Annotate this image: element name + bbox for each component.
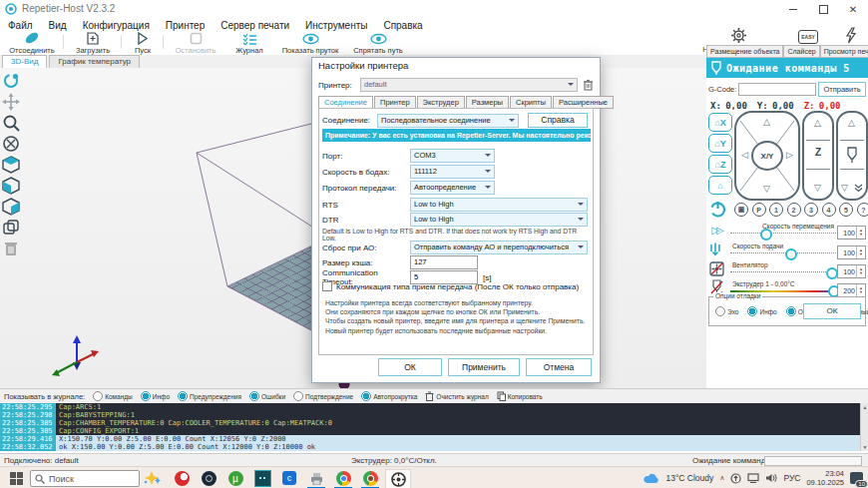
tab-object-placement[interactable]: Размещение объекта bbox=[706, 45, 783, 58]
power-button[interactable] bbox=[709, 201, 726, 218]
hide-travel-button[interactable]: Спрятать путь bbox=[347, 32, 409, 55]
log-info-toggle[interactable]: Инфо bbox=[141, 391, 170, 401]
log-ack-toggle[interactable]: Подтверждение bbox=[293, 391, 353, 401]
close-button[interactable]: ✕ bbox=[838, 0, 868, 18]
jog-z-plus[interactable]: △ bbox=[814, 119, 821, 128]
menu-tools[interactable]: Инструменты bbox=[297, 20, 375, 31]
fit-objects-tool[interactable] bbox=[2, 219, 20, 237]
motor-off-button[interactable]: ▣ bbox=[734, 203, 748, 217]
load-button[interactable]: Загрузить bbox=[68, 32, 118, 55]
tab-slicer[interactable]: Слайсер bbox=[783, 45, 819, 58]
rts-select[interactable]: Low to High bbox=[410, 198, 588, 212]
dialog-ok-button[interactable]: ОК bbox=[378, 358, 442, 376]
taskbar-app-repetier[interactable] bbox=[385, 469, 411, 488]
flow-value[interactable]: 100▲▼ bbox=[837, 245, 866, 259]
jog-y-plus[interactable]: △ bbox=[763, 118, 770, 127]
reset-select[interactable]: Отправить команду АО и переподключиться bbox=[410, 241, 588, 254]
move-view-tool[interactable] bbox=[2, 93, 20, 111]
send-button[interactable]: Отправить bbox=[818, 82, 866, 97]
zoom-tool[interactable] bbox=[2, 114, 20, 132]
extruder-temp-value[interactable]: 200▲▼ bbox=[837, 283, 866, 297]
tab-3d-view[interactable]: 3D-Вид bbox=[2, 55, 47, 68]
log-scrollbar[interactable]: ▲ ▼ bbox=[860, 403, 868, 451]
menu-file[interactable]: Файл bbox=[0, 20, 41, 31]
unload-filament-icon[interactable] bbox=[854, 184, 863, 193]
delete-printer-icon[interactable] bbox=[583, 79, 594, 91]
taskbar-app-utorrent[interactable]: µ bbox=[223, 469, 247, 487]
dialog-cancel-button[interactable]: Отмена bbox=[526, 358, 592, 376]
taskbar-app-steam[interactable] bbox=[197, 469, 220, 487]
help-button[interactable]: ? bbox=[857, 203, 868, 217]
preset-1-button[interactable]: 1 bbox=[769, 203, 783, 217]
printer-select[interactable]: default bbox=[360, 78, 578, 92]
jog-y-minus[interactable]: ▽ bbox=[763, 185, 770, 194]
home-y-button[interactable]: ⌂Y bbox=[708, 134, 732, 153]
baud-select[interactable]: 111112 bbox=[410, 165, 495, 179]
taskbar-app-media[interactable] bbox=[250, 469, 274, 487]
help-button[interactable]: Справка bbox=[528, 113, 588, 128]
top-view-tool[interactable] bbox=[2, 198, 20, 216]
home-z-button[interactable]: ⌂Z bbox=[708, 155, 732, 174]
debug-info-toggle[interactable]: Инфо bbox=[747, 306, 776, 316]
preset-2-button[interactable]: 2 bbox=[787, 203, 801, 217]
taskbar-app-chrome-profile[interactable] bbox=[358, 469, 382, 487]
preset-3-button[interactable]: 3 bbox=[804, 203, 818, 217]
travel-speed-knob[interactable] bbox=[760, 229, 772, 241]
scroll-down-arrow[interactable]: ▼ bbox=[862, 444, 868, 450]
ping-pong-checkbox[interactable]: Коммуникация типа прием передача (После … bbox=[322, 281, 588, 291]
maximize-button[interactable] bbox=[808, 0, 838, 18]
cache-size-input[interactable] bbox=[410, 255, 478, 269]
show-filament-button[interactable]: Показать пруток bbox=[275, 32, 345, 55]
copy-log-button[interactable]: Копировать bbox=[497, 391, 543, 401]
extrude-button[interactable]: △ bbox=[848, 119, 855, 128]
search-highlights-icon[interactable] bbox=[140, 469, 164, 487]
network-tray-icon[interactable] bbox=[747, 473, 759, 483]
dtr-select[interactable]: Low to High bbox=[410, 213, 588, 227]
notification-center-button[interactable]: 10 bbox=[850, 471, 866, 486]
tab-temperature-graph[interactable]: График температур bbox=[49, 55, 140, 68]
front-view-tool[interactable] bbox=[2, 177, 20, 195]
home-x-button[interactable]: ⌂X bbox=[708, 113, 732, 132]
debug-ok-button[interactable]: ОК bbox=[803, 303, 861, 319]
taskbar-app-printer-tool[interactable] bbox=[304, 469, 328, 487]
viewpoint-tool[interactable] bbox=[2, 135, 20, 153]
weather-text[interactable]: 13°C Cloudy bbox=[665, 473, 713, 483]
onedrive-tray-icon[interactable] bbox=[730, 473, 741, 484]
isometric-view-tool[interactable] bbox=[2, 156, 20, 174]
park-button[interactable]: P bbox=[752, 203, 766, 217]
debug-echo-toggle[interactable]: Эхо bbox=[715, 306, 738, 316]
rotate-view-tool[interactable] bbox=[2, 72, 20, 90]
protocol-select[interactable]: Автоопределение bbox=[410, 181, 495, 195]
tab-print-preview[interactable]: Просмотр печати bbox=[820, 45, 868, 58]
connection-type-select[interactable]: Последовательное соединение bbox=[377, 114, 519, 128]
language-indicator[interactable]: РУС bbox=[783, 473, 800, 483]
taskbar-app-chrome[interactable] bbox=[331, 469, 355, 487]
log-button[interactable]: Журнал bbox=[227, 32, 271, 55]
jog-x-minus[interactable]: ◁ bbox=[741, 151, 748, 160]
scroll-up-arrow[interactable]: ▲ bbox=[862, 404, 868, 410]
retract-button[interactable]: ▽ bbox=[841, 184, 848, 193]
log-output[interactable]: 22:58:25.295Cap:ARCS:1 22:58:25.298Cap:B… bbox=[0, 403, 860, 451]
preset-5-button[interactable]: 5 bbox=[839, 203, 853, 217]
port-select[interactable]: COM3 bbox=[410, 149, 495, 163]
menu-printer[interactable]: Принтер bbox=[158, 20, 213, 31]
jog-x-plus[interactable]: ▷ bbox=[786, 151, 793, 160]
jog-z-minus[interactable]: ▽ bbox=[814, 184, 821, 193]
taskbar-search[interactable]: Поиск bbox=[30, 470, 140, 487]
menu-help[interactable]: Справка bbox=[375, 20, 430, 31]
log-autoscroll-toggle[interactable]: Автопрокрутка bbox=[361, 391, 417, 401]
start-button[interactable]: Пуск bbox=[126, 32, 160, 55]
menu-print-server[interactable]: Сервер печати bbox=[213, 20, 297, 31]
taskbar-app-docs[interactable]: c bbox=[277, 469, 301, 487]
minimize-button[interactable] bbox=[778, 0, 808, 18]
tray-expand-chevron[interactable]: ∧ bbox=[719, 474, 724, 482]
taskbar-app-ccleaner[interactable] bbox=[170, 469, 194, 487]
menu-view[interactable]: Вид bbox=[41, 20, 75, 31]
disconnect-button[interactable]: Отсоединить bbox=[4, 32, 60, 55]
volume-tray-icon[interactable] bbox=[765, 473, 777, 483]
delete-object-tool[interactable] bbox=[2, 240, 20, 257]
log-warnings-toggle[interactable]: Предупреждения bbox=[178, 391, 241, 401]
start-button[interactable] bbox=[4, 469, 28, 487]
menu-config[interactable]: Конфигурация bbox=[75, 20, 158, 31]
travel-speed-value[interactable]: 100▲▼ bbox=[837, 226, 866, 240]
